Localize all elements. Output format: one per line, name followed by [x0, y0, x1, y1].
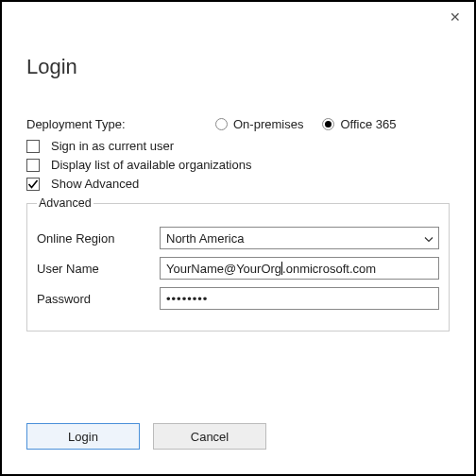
button-label: Cancel [191, 430, 229, 444]
username-value-part2: .onmicrosoft.com [282, 262, 376, 276]
checkbox-label: Display list of available organizations [51, 158, 251, 172]
password-label: Password [37, 292, 160, 306]
radio-icon [215, 118, 228, 130]
checkbox-show-advanced[interactable]: Show Advanced [26, 177, 450, 191]
login-button[interactable]: Login [26, 423, 140, 450]
checkbox-icon [26, 159, 40, 172]
page-title: Login [26, 55, 450, 79]
deployment-radio-group: On-premises Office 365 [215, 117, 407, 131]
radio-icon [322, 118, 334, 130]
login-dialog: ✕ Login Deployment Type: On-premises Off… [0, 0, 476, 476]
deployment-type-row: Deployment Type: On-premises Office 365 [26, 117, 450, 131]
checkbox-display-orgs[interactable]: Display list of available organizations [26, 158, 450, 172]
button-bar: Login Cancel [26, 423, 266, 450]
checkbox-sign-in-current[interactable]: Sign in as current user [26, 139, 450, 153]
username-label: User Name [37, 262, 160, 276]
online-region-row: Online Region North America [37, 227, 439, 249]
dialog-content: Login Deployment Type: On-premises Offic… [2, 2, 474, 332]
advanced-legend: Advanced [37, 196, 94, 210]
username-input[interactable]: YourName@YourOrg.onmicrosoft.com [160, 257, 439, 280]
deployment-type-label: Deployment Type: [26, 117, 215, 131]
radio-office-365[interactable]: Office 365 [322, 117, 396, 131]
radio-label: Office 365 [340, 117, 396, 131]
password-input[interactable]: •••••••• [160, 287, 439, 310]
username-value-part1: YourName@YourOrg [166, 262, 281, 276]
username-row: User Name YourName@YourOrg.onmicrosoft.c… [37, 257, 439, 280]
online-region-value: North America [166, 231, 244, 246]
checkbox-label: Sign in as current user [51, 139, 174, 153]
cancel-button[interactable]: Cancel [153, 423, 266, 450]
radio-on-premises[interactable]: On-premises [215, 117, 303, 131]
close-icon[interactable]: ✕ [448, 9, 463, 25]
radio-label: On-premises [233, 117, 303, 131]
online-region-label: Online Region [37, 231, 160, 246]
checkbox-icon [26, 178, 40, 191]
checkbox-label: Show Advanced [51, 177, 139, 191]
password-row: Password •••••••• [37, 287, 439, 310]
online-region-select[interactable]: North America [160, 227, 439, 249]
advanced-group: Advanced Online Region North America Use… [26, 196, 450, 332]
password-mask: •••••••• [166, 292, 208, 306]
checkbox-icon [26, 140, 40, 153]
button-label: Login [68, 430, 98, 444]
